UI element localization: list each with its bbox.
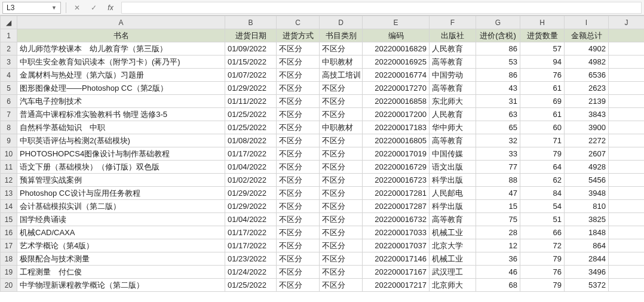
cell-cat[interactable]: 不区分: [320, 82, 363, 95]
data-header-cell[interactable]: 进货方式: [277, 29, 320, 42]
cell-total[interactable]: 4902: [565, 42, 609, 56]
cell-total[interactable]: 5456: [565, 174, 609, 187]
cell-date[interactable]: 01/29/2022: [225, 200, 277, 213]
cell-total[interactable]: 2844: [565, 252, 609, 266]
cell-way[interactable]: 不区分: [277, 42, 320, 56]
cell-empty[interactable]: [609, 266, 645, 279]
cell-code[interactable]: 202200017281: [363, 187, 430, 200]
cell-code[interactable]: 202200017019: [363, 147, 430, 161]
cell-price[interactable]: 36: [476, 252, 520, 266]
cell-date[interactable]: 01/15/2022: [225, 56, 277, 69]
cell-name[interactable]: 中职英语评估与检测2(基础模块): [17, 134, 225, 147]
cell-way[interactable]: 不区分: [277, 161, 320, 174]
cell-cat[interactable]: 不区分: [320, 279, 363, 292]
confirm-formula-button[interactable]: ✓: [88, 2, 100, 14]
cell-empty[interactable]: [609, 226, 645, 239]
cell-price[interactable]: 88: [476, 174, 520, 187]
cell-cat[interactable]: 不区分: [320, 95, 363, 108]
cell-qty[interactable]: 79: [520, 252, 565, 266]
cell-empty[interactable]: [609, 187, 645, 200]
cell-way[interactable]: 不区分: [277, 95, 320, 108]
col-header-F[interactable]: F: [430, 16, 476, 29]
cell-total[interactable]: 3948: [565, 187, 609, 200]
cell-pub[interactable]: 科学出版: [430, 174, 476, 187]
row-header[interactable]: 17: [1, 239, 17, 252]
cell-way[interactable]: 不区分: [277, 121, 320, 134]
cell-pub[interactable]: 华中师大: [430, 121, 476, 134]
cell-total[interactable]: 2139: [565, 95, 609, 108]
cell-name[interactable]: 极限配合与技术测量: [17, 252, 225, 266]
cell-date[interactable]: 01/17/2022: [225, 147, 277, 161]
row-header[interactable]: 1: [1, 29, 17, 42]
cell-name[interactable]: Photoshop CC设计与应用任务教程: [17, 187, 225, 200]
cell-code[interactable]: 202200016732: [363, 213, 430, 226]
row-header[interactable]: 14: [1, 200, 17, 213]
cell-cat[interactable]: 不区分: [320, 266, 363, 279]
col-header-J[interactable]: J: [609, 16, 645, 29]
cell-empty[interactable]: [609, 200, 645, 213]
cell-qty[interactable]: 69: [520, 95, 565, 108]
cell-way[interactable]: 不区分: [277, 200, 320, 213]
col-header-D[interactable]: D: [320, 16, 363, 29]
data-header-cell[interactable]: 进货日期: [225, 29, 277, 42]
cell-qty[interactable]: 76: [520, 69, 565, 82]
cell-date[interactable]: 01/02/2022: [225, 174, 277, 187]
cell-way[interactable]: 不区分: [277, 134, 320, 147]
cell-name[interactable]: 会计基础模拟实训（第二版）: [17, 200, 225, 213]
cell-date[interactable]: 01/17/2022: [225, 226, 277, 239]
cell-pub[interactable]: 语文出版: [430, 161, 476, 174]
row-header[interactable]: 7: [1, 108, 17, 121]
cell-price[interactable]: 86: [476, 69, 520, 82]
cell-pub[interactable]: 高等教育: [430, 56, 476, 69]
cell-code[interactable]: 202200016774: [363, 69, 430, 82]
cell-pub[interactable]: 人民教育: [430, 42, 476, 56]
row-header[interactable]: 12: [1, 174, 17, 187]
row-header[interactable]: 2: [1, 42, 17, 56]
cell-cat[interactable]: 不区分: [320, 252, 363, 266]
cell-code[interactable]: 202200017037: [363, 239, 430, 252]
cell-empty[interactable]: [609, 56, 645, 69]
col-header-C[interactable]: C: [277, 16, 320, 29]
row-header[interactable]: 18: [1, 252, 17, 266]
cell-price[interactable]: 33: [476, 147, 520, 161]
cell-cat[interactable]: 不区分: [320, 200, 363, 213]
row-header[interactable]: 9: [1, 134, 17, 147]
col-header-H[interactable]: H: [520, 16, 565, 29]
cell-total[interactable]: 3825: [565, 213, 609, 226]
row-header[interactable]: 8: [1, 121, 17, 134]
cell-qty[interactable]: 94: [520, 56, 565, 69]
cell-code[interactable]: 202200017033: [363, 226, 430, 239]
cell-name[interactable]: PHOTOSHOPCS4图像设计与制作基础教程: [17, 147, 225, 161]
cell-qty[interactable]: 76: [520, 266, 565, 279]
cell-empty[interactable]: [609, 213, 645, 226]
cell-empty[interactable]: [609, 121, 645, 134]
cell-date[interactable]: 01/07/2022: [225, 69, 277, 82]
cell-name[interactable]: 普通高中课程标准实验教科书 物理 选修3-5: [17, 108, 225, 121]
cell-pub[interactable]: 机械工业: [430, 226, 476, 239]
cell-cat[interactable]: 中职教材: [320, 121, 363, 134]
cell-empty[interactable]: [609, 279, 645, 292]
cancel-formula-button[interactable]: ✕: [71, 2, 83, 14]
row-header[interactable]: 13: [1, 187, 17, 200]
cell-cat[interactable]: 高技工培训: [320, 69, 363, 82]
data-header-cell[interactable]: 书目类别: [320, 29, 363, 42]
cell-qty[interactable]: 64: [520, 161, 565, 174]
cell-price[interactable]: 32: [476, 134, 520, 147]
cell-pub[interactable]: 中国传媒: [430, 147, 476, 161]
cell-way[interactable]: 不区分: [277, 239, 320, 252]
cell-price[interactable]: 31: [476, 95, 520, 108]
data-header-cell[interactable]: 编码: [363, 29, 430, 42]
cell-way[interactable]: 不区分: [277, 69, 320, 82]
cell-date[interactable]: 01/25/2022: [225, 108, 277, 121]
cell-way[interactable]: 不区分: [277, 213, 320, 226]
cell-way[interactable]: 不区分: [277, 147, 320, 161]
cell-date[interactable]: 01/25/2022: [225, 279, 277, 292]
cell-cat[interactable]: 不区分: [320, 174, 363, 187]
cell-total[interactable]: 2607: [565, 147, 609, 161]
cell-total[interactable]: 3900: [565, 121, 609, 134]
cell-price[interactable]: 12: [476, 239, 520, 252]
cell-qty[interactable]: 61: [520, 82, 565, 95]
cell-total[interactable]: 2623: [565, 82, 609, 95]
cell-date[interactable]: 01/17/2022: [225, 239, 277, 252]
col-header-G[interactable]: G: [476, 16, 520, 29]
